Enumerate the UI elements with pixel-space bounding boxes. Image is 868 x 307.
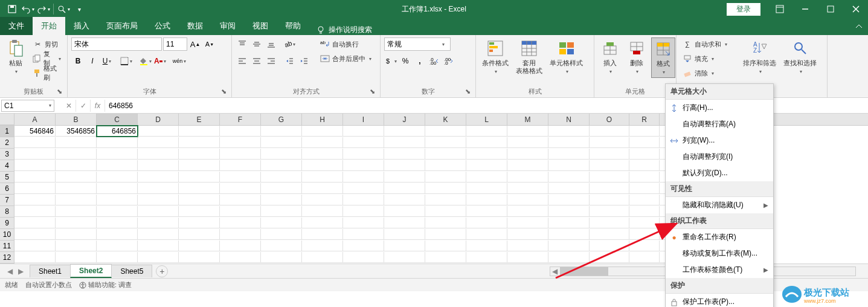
cell-A5[interactable] [14, 172, 56, 183]
cell-I2[interactable] [343, 137, 384, 148]
cell-E3[interactable] [179, 149, 220, 160]
cell-C12[interactable] [97, 252, 138, 263]
cell-J4[interactable] [384, 160, 425, 171]
menu-auto-row-height[interactable]: 自动调整行高(A) [666, 116, 773, 132]
row-header-8[interactable]: 8 [0, 206, 14, 218]
cell-I11[interactable] [343, 241, 384, 251]
table-format-button[interactable]: 套用 表格格式 [513, 37, 545, 76]
cell-H7[interactable] [302, 195, 343, 205]
col-header-H[interactable]: H [302, 114, 343, 125]
cell-B6[interactable] [56, 183, 97, 194]
cell-I8[interactable] [343, 206, 384, 217]
cell-O6[interactable] [590, 183, 629, 194]
cell-K2[interactable] [425, 137, 466, 148]
decrease-font-icon[interactable]: A▼ [203, 37, 216, 51]
row-header-4[interactable]: 4 [0, 160, 14, 172]
cell-N2[interactable] [548, 137, 590, 148]
cell-K1[interactable] [425, 126, 466, 137]
cell-C2[interactable] [97, 137, 138, 148]
sheet-tab-3[interactable]: Sheet5 [111, 265, 152, 277]
tab-home[interactable]: 开始 [33, 17, 65, 35]
cell-J7[interactable] [384, 195, 425, 205]
cell-M5[interactable] [507, 172, 548, 183]
cell-L11[interactable] [466, 241, 507, 251]
cell-L9[interactable] [466, 218, 507, 228]
cell-C5[interactable] [97, 172, 138, 183]
cell-L4[interactable] [466, 160, 507, 171]
cell-B4[interactable] [56, 160, 97, 171]
cell-I12[interactable] [343, 252, 384, 263]
menu-rename-sheet[interactable]: ●重命名工作表(R) [666, 229, 773, 245]
cell-B7[interactable] [56, 195, 97, 205]
sheet-tab-1[interactable]: Sheet1 [30, 265, 71, 277]
menu-row-height[interactable]: 行高(H)... [666, 100, 773, 116]
underline-button[interactable]: U▾ [100, 54, 114, 68]
cell-F10[interactable] [220, 229, 261, 240]
cell-D7[interactable] [138, 195, 179, 205]
fx-icon[interactable]: fx [91, 100, 105, 112]
cell-R12[interactable] [629, 252, 660, 263]
row-header-7[interactable]: 7 [0, 195, 14, 206]
cell-F6[interactable] [220, 183, 261, 194]
row-header-12[interactable]: 12 [0, 252, 14, 263]
cell-G12[interactable] [261, 252, 302, 263]
sheet-nav-prev-icon[interactable]: ◀ [5, 267, 14, 276]
increase-indent-icon[interactable] [297, 54, 310, 68]
cell-F5[interactable] [220, 172, 261, 183]
cell-C4[interactable] [97, 160, 138, 171]
menu-tab-color[interactable]: 工作表标签颜色(T)▶ [666, 262, 773, 278]
maximize-icon[interactable] [818, 0, 843, 18]
align-middle-icon[interactable] [250, 37, 263, 51]
cell-B8[interactable] [56, 206, 97, 217]
fill-button[interactable]: 填充▾ [680, 52, 730, 65]
italic-button[interactable]: I [86, 54, 99, 68]
cell-G3[interactable] [261, 149, 302, 160]
cell-E8[interactable] [179, 206, 220, 217]
cell-K7[interactable] [425, 195, 466, 205]
cell-H11[interactable] [302, 241, 343, 251]
cell-R3[interactable] [629, 149, 660, 160]
tab-help[interactable]: 帮助 [277, 17, 309, 35]
qat-customize-icon[interactable]: ▾ [72, 2, 86, 16]
cell-F11[interactable] [220, 241, 261, 251]
col-header-A[interactable]: A [14, 114, 56, 125]
cell-M1[interactable] [507, 126, 548, 137]
menu-protect-sheet[interactable]: 保护工作表(P)... [666, 294, 773, 307]
cell-B12[interactable] [56, 252, 97, 263]
select-all-corner[interactable] [0, 114, 14, 125]
decrease-indent-icon[interactable] [283, 54, 296, 68]
cell-F2[interactable] [220, 137, 261, 148]
cell-I1[interactable] [343, 126, 384, 137]
decrease-decimal-icon[interactable]: .00.0 [442, 54, 455, 68]
cell-O5[interactable] [590, 172, 629, 183]
cell-O4[interactable] [590, 160, 629, 171]
cell-G6[interactable] [261, 183, 302, 194]
cell-K4[interactable] [425, 160, 466, 171]
cell-J12[interactable] [384, 252, 425, 263]
login-button[interactable]: 登录 [727, 3, 760, 16]
cell-B10[interactable] [56, 229, 97, 240]
tab-view[interactable]: 视图 [244, 17, 277, 35]
cell-I10[interactable] [343, 229, 384, 240]
cell-O8[interactable] [590, 206, 629, 217]
cell-D6[interactable] [138, 183, 179, 194]
orientation-icon[interactable]: ab▾ [283, 37, 296, 51]
cell-N1[interactable] [548, 126, 590, 137]
col-header-L[interactable]: L [466, 114, 507, 125]
cell-A6[interactable] [14, 183, 56, 194]
font-size-input[interactable] [163, 37, 187, 51]
tab-data[interactable]: 数据 [179, 17, 211, 35]
cell-R2[interactable] [629, 137, 660, 148]
cell-H9[interactable] [302, 218, 343, 228]
cell-K5[interactable] [425, 172, 466, 183]
cell-K3[interactable] [425, 149, 466, 160]
col-header-E[interactable]: E [179, 114, 220, 125]
cell-M11[interactable] [507, 241, 548, 251]
cell-R11[interactable] [629, 241, 660, 251]
cell-I5[interactable] [343, 172, 384, 183]
increase-font-icon[interactable]: A▲ [188, 37, 202, 51]
cell-D4[interactable] [138, 160, 179, 171]
paste-button[interactable]: 粘贴▾ [4, 37, 28, 77]
cell-N12[interactable] [548, 252, 590, 263]
cell-M7[interactable] [507, 195, 548, 205]
